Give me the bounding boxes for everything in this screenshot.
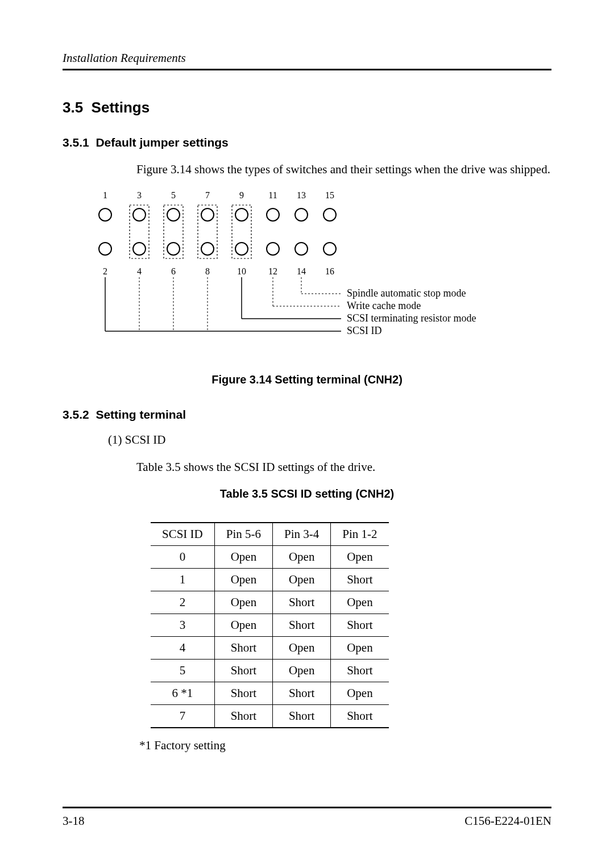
- paragraph: Table 3.5 shows the SCSI ID settings of …: [136, 459, 551, 475]
- table-row: 1 Open Open Short: [151, 568, 389, 591]
- table-row: 6 *1 Short Short Open: [151, 682, 389, 704]
- table-cell: Short: [273, 614, 331, 636]
- table-cell: Short: [214, 659, 272, 682]
- subsection-heading: 3.5.1 Default jumper settings: [63, 136, 551, 149]
- paragraph: Figure 3.14 shows the types of switches …: [136, 161, 551, 177]
- svg-rect-9: [164, 205, 183, 258]
- table-cell: Short: [273, 591, 331, 614]
- svg-point-6: [295, 208, 308, 221]
- table-cell: Short: [273, 682, 331, 704]
- svg-point-18: [295, 243, 308, 255]
- table-cell: 7: [151, 704, 214, 728]
- table-row: 2 Open Short Open: [151, 591, 389, 614]
- scsi-id-table: SCSI ID Pin 5-6 Pin 3-4 Pin 1-2 0 Open O…: [151, 522, 389, 728]
- list-item: (1) SCSI ID: [108, 433, 551, 447]
- svg-rect-11: [232, 205, 251, 258]
- table-cell: 1: [151, 568, 214, 591]
- svg-point-7: [323, 208, 336, 221]
- pin-label: 11: [268, 190, 277, 200]
- table-cell: 4: [151, 636, 214, 659]
- table-row: 5 Short Open Short: [151, 659, 389, 682]
- svg-point-15: [201, 243, 214, 255]
- svg-rect-8: [130, 205, 149, 258]
- table-header-cell: Pin 1-2: [331, 523, 389, 546]
- table-row: 4 Short Open Open: [151, 636, 389, 659]
- page-number: 3-18: [63, 814, 85, 828]
- svg-rect-10: [198, 205, 217, 258]
- figure-caption: Figure 3.14 Setting terminal (CNH2): [63, 373, 551, 386]
- table-cell: Open: [331, 636, 389, 659]
- pin-label: 1: [103, 190, 107, 200]
- subsection-title: Setting terminal: [96, 408, 186, 421]
- svg-point-17: [267, 243, 279, 255]
- table-header-cell: Pin 5-6: [214, 523, 272, 546]
- pin-label: 5: [171, 190, 176, 200]
- table-cell: Short: [331, 659, 389, 682]
- table-cell: Short: [214, 682, 272, 704]
- callout-label: Write cache mode: [347, 300, 421, 311]
- pin-label: 4: [137, 266, 142, 276]
- pin-label: 12: [268, 266, 277, 276]
- table-cell: 2: [151, 591, 214, 614]
- pin-label: 15: [325, 190, 334, 200]
- section-number: 3.5: [63, 99, 83, 116]
- pin-label: 10: [237, 266, 246, 276]
- table-cell: 0: [151, 545, 214, 568]
- page-footer: 3-18 C156-E224-01EN: [63, 807, 551, 828]
- pin-label: 6: [171, 266, 176, 276]
- pin-label: 8: [205, 266, 210, 276]
- pin-label: 9: [239, 190, 244, 200]
- pin-label: 2: [103, 266, 107, 276]
- table-header-row: SCSI ID Pin 5-6 Pin 3-4 Pin 1-2: [151, 523, 389, 546]
- table-cell: 6 *1: [151, 682, 214, 704]
- table-cell: Short: [214, 704, 272, 728]
- table-cell: 3: [151, 614, 214, 636]
- table-cell: Open: [273, 659, 331, 682]
- table-cell: Open: [331, 682, 389, 704]
- section-title: Settings: [92, 99, 150, 116]
- pin-label: 13: [297, 190, 306, 200]
- svg-point-1: [133, 208, 146, 221]
- table-caption: Table 3.5 SCSI ID setting (CNH2): [63, 487, 551, 500]
- svg-point-19: [323, 243, 336, 255]
- table-cell: Open: [214, 591, 272, 614]
- table-header-cell: SCSI ID: [151, 523, 214, 546]
- section-heading: 3.5 Settings: [63, 99, 551, 116]
- table-cell: Short: [331, 614, 389, 636]
- table-cell: Open: [331, 545, 389, 568]
- svg-point-13: [133, 243, 146, 255]
- table-cell: Short: [331, 704, 389, 728]
- subsection-number: 3.5.1: [63, 136, 89, 149]
- svg-point-12: [99, 243, 111, 255]
- table-cell: Open: [273, 636, 331, 659]
- table-cell: Short: [214, 636, 272, 659]
- subsection-number: 3.5.2: [63, 408, 89, 421]
- table-header-cell: Pin 3-4: [273, 523, 331, 546]
- table-cell: Short: [273, 704, 331, 728]
- pin-label: 7: [205, 190, 210, 200]
- svg-point-5: [267, 208, 279, 221]
- table-row: 7 Short Short Short: [151, 704, 389, 728]
- running-head: Installation Requirements: [63, 51, 551, 70]
- pin-label: 16: [325, 266, 334, 276]
- svg-point-14: [167, 243, 180, 255]
- setting-terminal-diagram: 1 3 5 7 9 11 13 15: [97, 189, 540, 360]
- table-footnote: *1 Factory setting: [139, 738, 551, 753]
- pin-label: 14: [297, 266, 306, 276]
- figure-3-14: 1 3 5 7 9 11 13 15: [97, 189, 540, 360]
- subsection-heading: 3.5.2 Setting terminal: [63, 408, 551, 422]
- svg-point-2: [167, 208, 180, 221]
- document-id: C156-E224-01EN: [464, 814, 551, 828]
- svg-point-4: [235, 208, 248, 221]
- table-row: 0 Open Open Open: [151, 545, 389, 568]
- svg-point-3: [201, 208, 214, 221]
- callout-label: SCSI terminating resistor mode: [347, 312, 476, 324]
- table-cell: Open: [214, 545, 272, 568]
- callout-label: Spindle automatic stop mode: [347, 287, 466, 299]
- pin-label: 3: [137, 190, 142, 200]
- subsection-title: Default jumper settings: [96, 136, 228, 149]
- table-cell: Open: [331, 591, 389, 614]
- table-cell: Short: [331, 568, 389, 591]
- table-cell: Open: [273, 545, 331, 568]
- table-3-5: SCSI ID Pin 5-6 Pin 3-4 Pin 1-2 0 Open O…: [151, 522, 551, 728]
